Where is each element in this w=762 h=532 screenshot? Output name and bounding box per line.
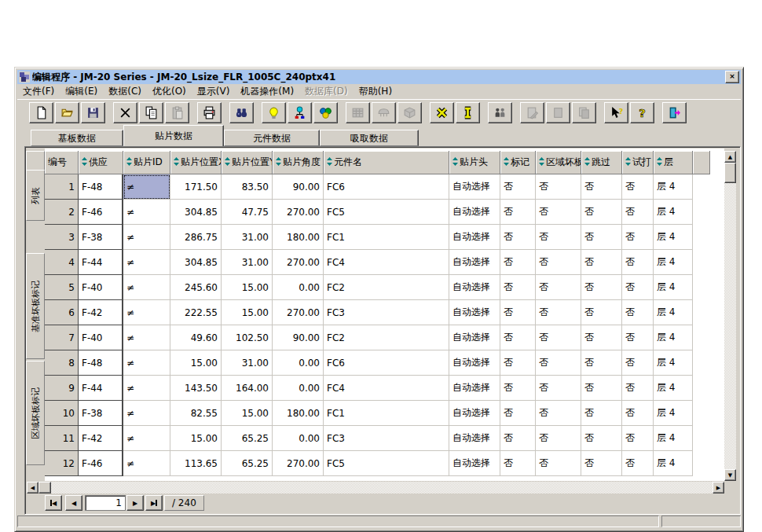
next-record-button[interactable]: ▶: [126, 495, 144, 511]
scroll-up-button[interactable]: ▲: [724, 151, 736, 163]
close-button[interactable]: ×: [725, 71, 739, 83]
cell-area_bad[interactable]: 否: [536, 275, 581, 300]
cell-angle[interactable]: 270.00: [273, 250, 324, 275]
column-header-area_bad[interactable]: 区域坏板: [536, 151, 581, 174]
cell-no[interactable]: 8: [45, 350, 79, 376]
cell-skip[interactable]: 否: [581, 426, 622, 451]
cell-part[interactable]: FC6: [324, 174, 449, 200]
tab-基板数据[interactable]: 基板数据: [31, 130, 123, 146]
cell-skip[interactable]: 否: [581, 200, 622, 225]
cell-skip[interactable]: 否: [581, 451, 622, 476]
column-header-angle[interactable]: 贴片角度: [273, 151, 324, 174]
cut-button[interactable]: [113, 102, 137, 123]
cell-mark[interactable]: 否: [500, 325, 536, 350]
cell-part[interactable]: FC4: [324, 376, 449, 401]
cell-mark[interactable]: 否: [500, 275, 536, 300]
cell-trial[interactable]: 否: [622, 200, 654, 225]
cell-mark[interactable]: 否: [500, 300, 536, 325]
side-tab-区域坏板标记[interactable]: 区域坏板标记: [26, 361, 45, 465]
cell-mark[interactable]: 否: [500, 225, 536, 250]
cell-mark[interactable]: 否: [500, 250, 536, 275]
cell-skip[interactable]: 否: [581, 300, 622, 325]
cell-x[interactable]: 222.55: [170, 300, 222, 325]
cell-trial[interactable]: 否: [622, 300, 654, 325]
cell-no[interactable]: 4: [45, 250, 79, 275]
cell-head[interactable]: 自动选择: [449, 250, 500, 275]
optimize-button[interactable]: [288, 102, 312, 123]
cell-x[interactable]: 171.50: [170, 174, 222, 200]
context-help-button[interactable]: ?: [604, 102, 628, 123]
cell-trial[interactable]: 否: [622, 426, 654, 451]
menu-item[interactable]: 机器操作(M): [235, 84, 299, 99]
cell-x[interactable]: 15.00: [170, 350, 222, 376]
column-header-x[interactable]: 贴片位置X: [170, 151, 222, 174]
cell-layer[interactable]: 层 4: [654, 376, 693, 401]
cell-mark[interactable]: 否: [500, 426, 536, 451]
cell-angle[interactable]: 0.00: [273, 376, 324, 401]
cell-supply[interactable]: F-42: [79, 426, 123, 451]
cell-part[interactable]: FC1: [324, 401, 449, 426]
cell-no[interactable]: 1: [45, 174, 79, 200]
cell-angle[interactable]: 270.00: [273, 300, 324, 325]
cell-layer[interactable]: 层 4: [654, 174, 693, 200]
menu-item[interactable]: 编辑(E): [60, 84, 103, 99]
cell-x[interactable]: 113.65: [170, 451, 222, 476]
menu-item[interactable]: 数据(C): [103, 84, 147, 99]
cell-trial[interactable]: 否: [622, 451, 654, 476]
cell-no[interactable]: 3: [45, 225, 79, 250]
column-header-layer[interactable]: 层: [654, 151, 693, 174]
scroll-down-button[interactable]: ▼: [724, 469, 736, 481]
cell-trial[interactable]: 否: [622, 225, 654, 250]
cell-supply[interactable]: F-48: [79, 174, 123, 200]
record-number-input[interactable]: [85, 495, 126, 511]
teach-button[interactable]: [488, 102, 512, 123]
cell-part[interactable]: FC4: [324, 250, 449, 275]
cell-part[interactable]: FC2: [324, 275, 449, 300]
side-tab-基准坏板标记[interactable]: 基准坏板标记: [26, 253, 45, 359]
cell-part[interactable]: FC3: [324, 426, 449, 451]
cell-head[interactable]: 自动选择: [449, 325, 500, 350]
cell-part[interactable]: FC5: [324, 451, 449, 476]
cell-y[interactable]: 102.50: [222, 325, 273, 350]
cell-x[interactable]: 143.50: [170, 376, 222, 401]
cell-y[interactable]: 164.00: [222, 376, 273, 401]
cell-area_bad[interactable]: 否: [536, 200, 581, 225]
open-button[interactable]: [55, 102, 79, 123]
cell-angle[interactable]: 180.00: [273, 225, 324, 250]
cell-id[interactable]: ≠: [123, 275, 170, 300]
cell-supply[interactable]: F-40: [79, 325, 123, 350]
cell-head[interactable]: 自动选择: [449, 174, 500, 200]
cell-supply[interactable]: F-48: [79, 350, 123, 376]
cell-y[interactable]: 47.75: [222, 200, 273, 225]
cell-no[interactable]: 12: [45, 451, 79, 476]
titlebar[interactable]: 编辑程序 - JM-20 Series - JM-20_Lsize_FLR_10…: [17, 70, 741, 84]
cell-x[interactable]: 286.75: [170, 225, 222, 250]
column-header-no[interactable]: 编号: [45, 151, 79, 174]
cell-x[interactable]: 49.60: [170, 325, 222, 350]
column-header-trial[interactable]: 试打: [622, 151, 654, 174]
cell-id[interactable]: ≠: [123, 250, 170, 275]
menu-item[interactable]: 文件(F): [17, 84, 60, 99]
cell-id[interactable]: ≠: [123, 350, 170, 376]
cell-trial[interactable]: 否: [622, 376, 654, 401]
cell-area_bad[interactable]: 否: [536, 174, 581, 200]
cell-mark[interactable]: 否: [500, 200, 536, 225]
cell-area_bad[interactable]: 否: [536, 350, 581, 376]
column-header-mark[interactable]: 标记: [500, 151, 536, 174]
exit-button[interactable]: [662, 102, 687, 123]
cell-no[interactable]: 9: [45, 376, 79, 401]
cell-angle[interactable]: 90.00: [273, 325, 324, 350]
cell-mark[interactable]: 否: [500, 451, 536, 476]
horizontal-scrollbar[interactable]: [27, 482, 724, 493]
help-button[interactable]: ?: [630, 102, 654, 123]
cell-layer[interactable]: 层 4: [654, 275, 693, 300]
cell-angle[interactable]: 270.00: [273, 451, 324, 476]
cell-head[interactable]: 自动选择: [449, 376, 500, 401]
cell-x[interactable]: 15.00: [170, 426, 222, 451]
cell-skip[interactable]: 否: [581, 350, 622, 376]
cell-area_bad[interactable]: 否: [536, 451, 581, 476]
cell-layer[interactable]: 层 4: [654, 401, 693, 426]
cell-area_bad[interactable]: 否: [536, 401, 581, 426]
cell-trial[interactable]: 否: [622, 275, 654, 300]
cell-skip[interactable]: 否: [581, 225, 622, 250]
